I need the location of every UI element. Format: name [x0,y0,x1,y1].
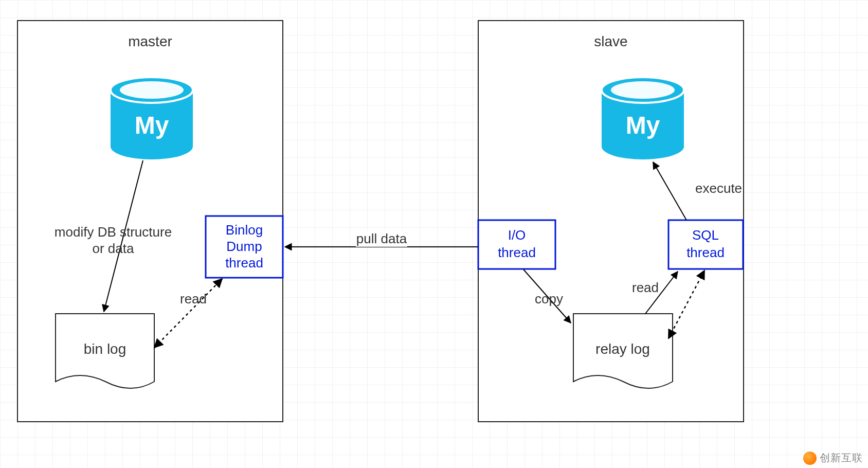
sql-thread-line1: SQL [692,227,719,243]
mysql-master-icon: My [111,77,193,159]
sql-thread-line2: thread [686,245,725,260]
bin-log-label: bin log [84,341,126,357]
binlog-dump-line2: Dump [226,239,262,254]
diagram-canvas: master slave My My Binlog Dump thread I/… [0,0,868,468]
mysql-slave-icon: My [602,77,684,159]
binlog-dump-line3: thread [225,255,263,271]
watermark-icon [803,452,817,465]
svg-point-11 [611,81,675,99]
relay-log-label: relay log [595,341,650,357]
edge-modify-db-label1: modify DB structure [55,224,172,240]
mysql-slave-label: My [626,112,660,139]
slave-title: slave [594,33,627,49]
watermark-text: 创新互联 [820,451,863,465]
mysql-master-label: My [135,112,169,139]
edge-read-slave-label: read [632,280,659,295]
watermark: 创新互联 [803,451,863,465]
edge-pull-data-label-top: pull data [356,231,407,246]
io-thread-line1: I/O [508,227,526,243]
edge-read-master-label: read [180,291,207,307]
io-thread-box: I/O thread [478,220,555,269]
svg-point-6 [120,81,184,99]
edge-modify-db-label2: or data [93,241,134,256]
edge-execute-label: execute [695,181,742,196]
master-title: master [128,33,172,49]
binlog-dump-line1: Binlog [226,222,263,238]
binlog-dump-thread-box: Binlog Dump thread [206,216,283,278]
io-thread-line2: thread [498,245,536,260]
sql-thread-box: SQL thread [668,220,743,269]
edge-copy-label: copy [535,291,563,307]
